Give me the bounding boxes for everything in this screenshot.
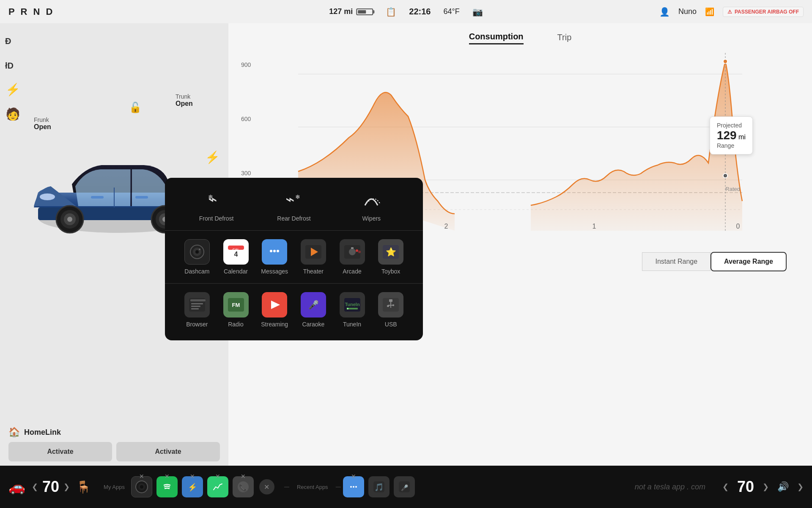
- climate-row: ⌁ ❄ Front Defrost ⌁ ❄ Rear Defrost: [165, 178, 423, 231]
- seat-heat-icon[interactable]: 🪑: [76, 480, 91, 494]
- browser-item[interactable]: Browser: [178, 292, 217, 328]
- right-temp-up[interactable]: ❯: [763, 482, 769, 491]
- svg-point-87: [350, 486, 352, 488]
- svg-point-53: [358, 251, 361, 253]
- caraoke-label: Caraoke: [302, 321, 324, 328]
- volume-icon[interactable]: 🔊: [777, 481, 789, 492]
- arcade-item[interactable]: Arcade: [333, 239, 372, 275]
- messages-item[interactable]: Messages: [255, 239, 294, 275]
- temp-up-arrow[interactable]: ❯: [63, 482, 70, 491]
- svg-text:Ð: Ð: [5, 36, 11, 46]
- calendar-item[interactable]: CAL 4 Calendar: [217, 239, 255, 275]
- svg-rect-51: [351, 247, 354, 249]
- home-icon: 🏠: [8, 427, 20, 438]
- icon-3d-front[interactable]: Ð: [4, 32, 21, 49]
- bottom-app-stocks[interactable]: ✕: [207, 476, 228, 497]
- toybox-icon: ⭐: [378, 239, 403, 265]
- close-spotify-icon[interactable]: ✕: [165, 473, 170, 480]
- app-overlay: ⌁ ❄ Front Defrost ⌁ ❄ Rear Defrost: [165, 178, 423, 340]
- recent-messages[interactable]: ✕: [343, 476, 364, 497]
- usb-item[interactable]: USB: [371, 292, 410, 328]
- recent-music[interactable]: 🎵: [368, 476, 390, 497]
- svg-rect-72: [389, 299, 392, 302]
- toybox-label: Toybox: [381, 268, 400, 275]
- svg-point-83: [212, 481, 223, 492]
- homelink-activate-1[interactable]: Activate: [8, 442, 112, 461]
- svg-point-80: [162, 481, 173, 492]
- usb-icon: [378, 292, 403, 318]
- recent-mic[interactable]: 🎤: [394, 476, 415, 497]
- rear-defrost-label: Rear Defrost: [277, 215, 310, 222]
- icon-person-red: 🧑: [4, 105, 21, 122]
- miles-display: 127 mi: [329, 7, 373, 16]
- svg-point-11: [67, 217, 72, 222]
- instant-range-button[interactable]: Instant Range: [642, 252, 710, 271]
- toybox-item[interactable]: ⭐ Toybox: [371, 239, 410, 275]
- caraoke-item[interactable]: 🎤 Caraoke: [294, 292, 333, 328]
- chart-header: Consumption Trip: [228, 23, 812, 53]
- svg-text:🎤: 🎤: [401, 484, 408, 491]
- wipers-item[interactable]: Wipers: [333, 186, 410, 222]
- tunein-label: TuneIn: [343, 321, 361, 328]
- front-defrost-icon: ⌁ ❄: [204, 186, 229, 212]
- svg-text:TuneIn: TuneIn: [345, 302, 360, 307]
- svg-rect-17: [91, 196, 104, 199]
- svg-point-45: [273, 250, 276, 252]
- status-right: 👤 Nuno 📶 ⚠ PASSENGER AIRBAG OFF: [659, 7, 804, 17]
- svg-rect-76: [392, 304, 394, 306]
- svg-rect-18: [135, 196, 148, 199]
- close-bluetooth-icon[interactable]: ✕: [190, 473, 195, 480]
- temp-down-arrow[interactable]: ❮: [32, 482, 38, 491]
- passenger-airbag-indicator: ⚠ PASSENGER AIRBAG OFF: [723, 7, 804, 17]
- tab-trip[interactable]: Trip: [557, 33, 572, 44]
- icon-3d-rear[interactable]: łD: [4, 56, 21, 73]
- svg-point-44: [270, 250, 272, 252]
- bottom-app-spotify[interactable]: ✕: [156, 476, 178, 497]
- bottom-bar: 🚗 ❮ 70 ❯ 🪑 My Apps ✕ ✕ ✕ ⚡: [0, 466, 812, 508]
- svg-text:łD: łD: [5, 61, 14, 70]
- y-label-300: 300: [241, 170, 251, 177]
- streaming-label: Streaming: [261, 321, 288, 328]
- svg-text:🎵: 🎵: [374, 483, 384, 492]
- bottom-app-bluetooth[interactable]: ✕ ⚡: [182, 476, 203, 497]
- browser-icon: [184, 292, 210, 318]
- svg-text:⭐: ⭐: [386, 247, 396, 257]
- svg-point-88: [353, 486, 354, 488]
- close-camera-icon[interactable]: ✕: [139, 473, 144, 480]
- my-apps-section: My Apps ✕ ✕ ✕ ⚡ ✕: [99, 476, 278, 497]
- close-stocks-icon[interactable]: ✕: [215, 473, 220, 480]
- theater-item[interactable]: Theater: [294, 239, 333, 275]
- tunein-item[interactable]: TuneIn TuneIn: [333, 292, 372, 328]
- rear-defrost-item[interactable]: ⌁ ❄ Rear Defrost: [255, 186, 332, 222]
- gear-indicator: P R N D: [8, 6, 54, 17]
- svg-point-37: [195, 250, 199, 254]
- tab-consumption[interactable]: Consumption: [469, 32, 524, 44]
- front-defrost-item[interactable]: ⌁ ❄ Front Defrost: [178, 186, 255, 222]
- car-icon[interactable]: 🚗: [8, 479, 25, 495]
- homelink-activate-2[interactable]: Activate: [116, 442, 220, 461]
- projected-label: Projected: [717, 122, 746, 129]
- streaming-item[interactable]: Streaming: [255, 292, 294, 328]
- svg-rect-75: [387, 305, 389, 307]
- wifi-icon: 📶: [705, 7, 714, 17]
- right-temp-down[interactable]: ❮: [722, 482, 729, 491]
- close-phone-icon[interactable]: ✕: [241, 473, 246, 480]
- volume-right-arrow[interactable]: ❯: [797, 482, 804, 491]
- bottom-app-phone[interactable]: ✕ 📞: [233, 476, 254, 497]
- radio-item[interactable]: FM Radio: [217, 292, 255, 328]
- dashcam-item[interactable]: Dashcam: [178, 239, 217, 275]
- close-recent-messages[interactable]: ✕: [351, 473, 356, 480]
- streaming-icon: [262, 292, 287, 318]
- recent-mic-icon: 🎤: [394, 476, 415, 497]
- caraoke-icon: 🎤: [301, 292, 326, 318]
- bottom-app-camera[interactable]: ✕: [131, 476, 152, 497]
- trunk-lock-icon: 🔓: [129, 102, 142, 113]
- browser-label: Browser: [186, 321, 208, 328]
- radio-label: Radio: [228, 321, 244, 328]
- homelink-buttons[interactable]: Activate Activate: [8, 442, 220, 461]
- theater-label: Theater: [303, 268, 324, 275]
- close-all-button[interactable]: ✕: [259, 479, 274, 494]
- tunein-icon: TuneIn: [340, 292, 365, 318]
- usb-label: USB: [385, 321, 397, 328]
- average-range-button[interactable]: Average Range: [710, 252, 787, 271]
